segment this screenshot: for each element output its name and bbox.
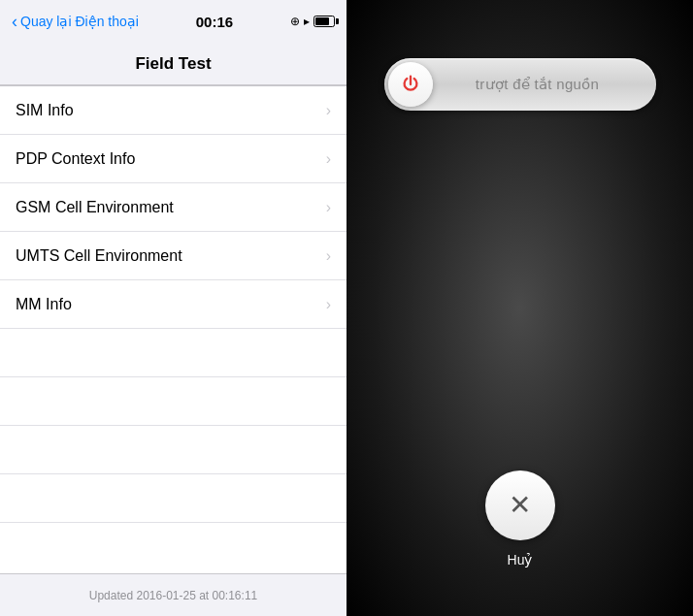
footer-text: Updated 2016-01-25 at 00:16:11 — [89, 589, 257, 602]
battery-icon — [314, 16, 335, 27]
menu-item-label: GSM Cell Environment — [16, 199, 174, 216]
chevron-right-icon: › — [326, 102, 331, 119]
chevron-right-icon: › — [326, 296, 331, 313]
status-icons: ⊕ ▸ — [290, 15, 335, 28]
signal-icon: ▸ — [304, 15, 310, 28]
close-icon: ✕ — [509, 492, 531, 519]
back-button[interactable]: ‹ Quay lại Điện thoại — [12, 12, 139, 32]
slider-text: trượt để tắt nguồn — [433, 76, 652, 93]
menu-item-label: MM Info — [16, 296, 72, 313]
location-icon: ⊕ — [290, 15, 300, 28]
nav-title-bar: Field Test — [0, 43, 346, 85]
empty-row — [0, 474, 346, 523]
menu-item-mm-info[interactable]: MM Info › — [0, 280, 346, 329]
footer-bar: Updated 2016-01-25 at 00:16:11 — [0, 573, 346, 616]
back-label: Quay lại Điện thoại — [20, 14, 139, 29]
empty-row — [0, 329, 346, 377]
status-bar: ‹ Quay lại Điện thoại 00:16 ⊕ ▸ — [0, 0, 346, 43]
chevron-right-icon: › — [326, 150, 331, 168]
status-time: 00:16 — [196, 14, 233, 30]
menu-item-umts-cell[interactable]: UMTS Cell Environment › — [0, 232, 346, 280]
page-title: Field Test — [135, 54, 211, 74]
chevron-right-icon: › — [326, 247, 331, 265]
menu-item-gsm-cell[interactable]: GSM Cell Environment › — [0, 183, 346, 232]
right-panel: trượt để tắt nguồn ✕ Huỷ — [346, 0, 693, 616]
menu-item-label: SIM Info — [16, 102, 74, 119]
chevron-left-icon: ‹ — [12, 12, 17, 32]
menu-item-label: UMTS Cell Environment — [16, 247, 182, 265]
power-button[interactable] — [388, 62, 433, 107]
menu-item-label: PDP Context Info — [16, 150, 135, 168]
power-icon — [400, 74, 421, 95]
cancel-label: Huỷ — [508, 552, 533, 567]
menu-item-sim-info[interactable]: SIM Info › — [0, 86, 346, 135]
cancel-area: ✕ Huỷ — [485, 470, 555, 567]
power-slider[interactable]: trượt để tắt nguồn — [384, 58, 656, 111]
left-panel: ‹ Quay lại Điện thoại 00:16 ⊕ ▸ Field Te… — [0, 0, 346, 616]
cancel-button[interactable]: ✕ — [485, 470, 555, 540]
chevron-right-icon: › — [326, 199, 331, 216]
menu-item-pdp-context[interactable]: PDP Context Info › — [0, 135, 346, 183]
empty-row — [0, 426, 346, 474]
empty-row — [0, 377, 346, 426]
menu-list: SIM Info › PDP Context Info › GSM Cell E… — [0, 85, 346, 573]
